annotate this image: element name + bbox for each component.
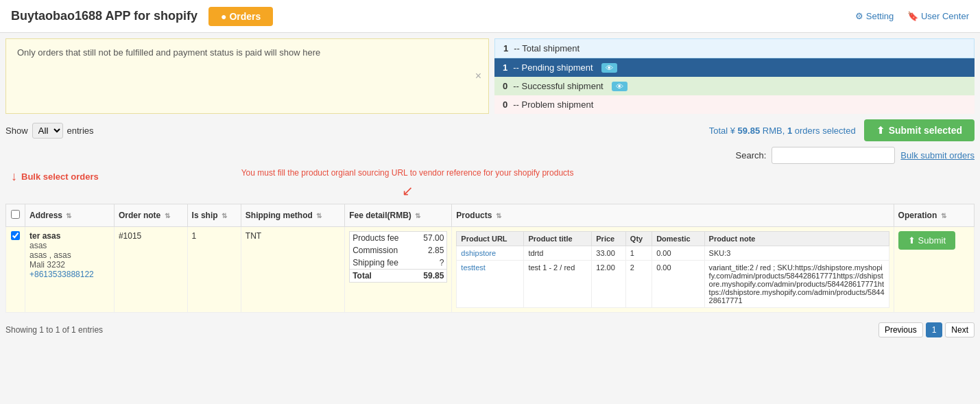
problem-shipment-row[interactable]: 0 -- Problem shipment [494, 95, 975, 114]
ph-title: Product title [524, 232, 592, 246]
setting-link[interactable]: ⚙ Setting [855, 11, 894, 21]
table-header-row: Address ⇅ Order note ⇅ Is ship ⇅ Shippin… [6, 204, 975, 227]
sort-icon: ⇅ [222, 212, 227, 219]
sort-icon: ⇅ [496, 212, 501, 219]
sort-icon: ⇅ [316, 212, 322, 219]
address-name: ter asas [29, 231, 110, 241]
fee-commission-value: 2.85 [414, 244, 447, 257]
successful-eye-button[interactable]: 👁 [612, 82, 628, 91]
bulk-arrow-icon: ↓ [11, 169, 17, 184]
upload-icon: ⬆ [876, 125, 885, 136]
submit-button[interactable]: ⬆ Submit [898, 231, 955, 250]
product-price-1: 33.00 [592, 246, 626, 261]
controls-row: Show All 10 25 50 entries Total ¥ 59.85 … [0, 114, 980, 147]
alert-message: Only orders that still not be fulfilled … [17, 47, 320, 58]
table-wrapper: Address ⇅ Order note ⇅ Is ship ⇅ Shippin… [0, 204, 980, 318]
products-table: Product URL Product title Price Qty Dome… [456, 231, 889, 308]
row-checkbox-cell [6, 227, 25, 313]
header-operation: Operation ⇅ [894, 204, 974, 227]
header-is-ship: Is ship ⇅ [187, 204, 241, 227]
close-icon[interactable]: × [475, 70, 481, 82]
is-ship-cell: 1 [187, 227, 241, 313]
showing-text: Showing 1 to 1 of 1 entries [5, 325, 103, 335]
annotation-arrow-icon: ↙ [241, 180, 574, 201]
next-button[interactable]: Next [945, 322, 975, 337]
product-note-1: SKU:3 [704, 246, 889, 261]
total-shipment-row: 1 -- Total shipment [494, 38, 975, 58]
address-line2: asas , asas [29, 250, 110, 260]
fee-total-label: Total [350, 270, 414, 283]
bulk-select-label: Bulk select orders [21, 171, 99, 182]
ph-url: Product URL [457, 232, 524, 246]
products-cell: Product URL Product title Price Qty Dome… [452, 227, 894, 313]
submit-selected-label: Submit selected [889, 125, 962, 136]
fee-detail-cell: Products fee 57.00 Commission 2.85 Shipp… [345, 227, 452, 313]
product-qty-2: 2 [625, 261, 652, 308]
ph-qty: Qty [625, 232, 652, 246]
submit-label: Submit [918, 235, 946, 246]
total-count: 1 [503, 43, 508, 54]
header-products: Products ⇅ [452, 204, 894, 227]
search-input[interactable] [772, 147, 895, 164]
address-line1: asas [29, 241, 110, 250]
row-checkbox[interactable] [11, 231, 20, 240]
sort-icon: ⇅ [66, 212, 71, 219]
pending-eye-button[interactable]: 👁 [601, 63, 617, 73]
right-controls: Total ¥ 59.85 RMB, 1 orders selected ⬆ S… [709, 119, 975, 141]
successful-count: 0 [503, 81, 507, 91]
pagination: Previous 1 Next [879, 322, 975, 337]
fee-shipping-value: ? [414, 257, 447, 270]
fee-commission-row: Commission 2.85 [350, 244, 447, 257]
ph-note: Product note [704, 232, 889, 246]
orders-table: Address ⇅ Order note ⇅ Is ship ⇅ Shippin… [5, 204, 975, 313]
sort-icon: ⇅ [165, 212, 170, 219]
header-checkbox-cell [6, 204, 25, 227]
header-order-note: Order note ⇅ [114, 204, 187, 227]
pending-label: -- Pending shipment [513, 62, 593, 73]
search-label: Search: [736, 150, 767, 161]
product-url-link[interactable]: dshipstore [461, 249, 496, 257]
pending-shipment-row[interactable]: 1 -- Pending shipment 👁 [494, 58, 975, 77]
bulk-submit-link[interactable]: Bulk submit orders [900, 150, 975, 161]
table-footer: Showing 1 to 1 of 1 entries Previous 1 N… [0, 318, 980, 342]
select-all-checkbox[interactable] [11, 210, 20, 219]
entries-select[interactable]: All 10 25 50 [32, 123, 63, 139]
table-row: ter asas asas asas , asas Mali 3232 +861… [6, 227, 975, 313]
address-cell: ter asas asas asas , asas Mali 3232 +861… [25, 227, 115, 313]
search-row: Search: Bulk submit orders [0, 147, 980, 167]
total-info: Total ¥ 59.85 RMB, 1 orders selected [709, 126, 856, 136]
product-url-1: dshipstore [457, 246, 524, 261]
page-1-button[interactable]: 1 [926, 322, 943, 337]
upload-icon: ⬆ [908, 235, 916, 246]
header-fee-detail: Fee detail(RMB) ⇅ [345, 204, 452, 227]
order-note-cell: #1015 [114, 227, 187, 313]
alert-banner: Only orders that still not be fulfilled … [5, 38, 489, 114]
fee-shipping-label: Shipping fee [350, 257, 414, 270]
problem-label: -- Problem shipment [513, 99, 593, 110]
submit-selected-button[interactable]: ⬆ Submit selected [864, 119, 975, 141]
bulk-annotation-area: ↓ Bulk select orders You must fill the p… [0, 167, 980, 204]
operation-cell: ⬆ Submit [894, 227, 974, 313]
successful-label: -- Successful shipment [513, 81, 603, 91]
total-label: -- Total shipment [514, 43, 579, 54]
fee-commission-label: Commission [350, 244, 414, 257]
ph-price: Price [592, 232, 626, 246]
header-address: Address ⇅ [25, 204, 115, 227]
sort-icon: ⇅ [415, 212, 420, 219]
orders-button[interactable]: ● Orders [208, 7, 273, 26]
prev-button[interactable]: Previous [879, 322, 923, 337]
address-city: Mali 3232 [29, 260, 110, 270]
fee-total-value: 59.85 [414, 270, 447, 283]
problem-count: 0 [503, 99, 507, 110]
product-url-link-2[interactable]: testtest [461, 263, 485, 272]
header-right: ⚙ Setting 🔖 User Center [855, 11, 969, 21]
fee-products-value: 57.00 [414, 232, 447, 245]
user-center-link[interactable]: 🔖 User Center [907, 11, 969, 21]
show-label: Show [5, 126, 28, 136]
annotation-text: You must fill the product orgianl sourci… [241, 167, 574, 201]
show-entries: Show All 10 25 50 entries [5, 123, 94, 139]
product-title-2: test 1 - 2 / red [524, 261, 592, 308]
product-url-2: testtest [457, 261, 524, 308]
successful-shipment-row[interactable]: 0 -- Successful shipment 👁 [494, 77, 975, 95]
product-row: testtest test 1 - 2 / red 12.00 2 0.00 v… [457, 261, 889, 308]
